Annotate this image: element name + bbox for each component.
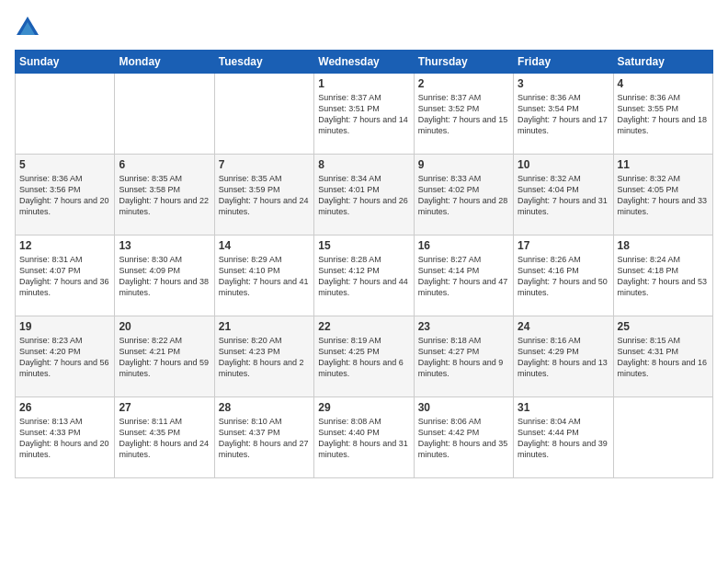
day-number: 29 bbox=[318, 401, 409, 414]
day-number: 7 bbox=[219, 158, 310, 171]
calendar-cell: 24Sunrise: 8:16 AMSunset: 4:29 PMDayligh… bbox=[514, 316, 613, 397]
day-info: Sunrise: 8:23 AMSunset: 4:20 PMDaylight:… bbox=[19, 335, 110, 380]
calendar-cell: 27Sunrise: 8:11 AMSunset: 4:35 PMDayligh… bbox=[115, 397, 214, 478]
calendar-week-row: 5Sunrise: 8:36 AMSunset: 3:56 PMDaylight… bbox=[16, 155, 713, 236]
day-number: 19 bbox=[19, 320, 110, 333]
day-info: Sunrise: 8:35 AMSunset: 3:58 PMDaylight:… bbox=[119, 173, 210, 218]
calendar-cell: 26Sunrise: 8:13 AMSunset: 4:33 PMDayligh… bbox=[16, 397, 115, 478]
day-info: Sunrise: 8:31 AMSunset: 4:07 PMDaylight:… bbox=[19, 254, 110, 299]
calendar-cell: 10Sunrise: 8:32 AMSunset: 4:04 PMDayligh… bbox=[514, 155, 613, 236]
logo-icon bbox=[15, 15, 40, 40]
calendar-cell: 21Sunrise: 8:20 AMSunset: 4:23 PMDayligh… bbox=[214, 316, 313, 397]
calendar-cell: 11Sunrise: 8:32 AMSunset: 4:05 PMDayligh… bbox=[613, 155, 712, 236]
day-info: Sunrise: 8:22 AMSunset: 4:21 PMDaylight:… bbox=[119, 335, 210, 380]
header bbox=[15, 15, 713, 40]
calendar-cell: 22Sunrise: 8:19 AMSunset: 4:25 PMDayligh… bbox=[314, 316, 414, 397]
calendar-cell: 4Sunrise: 8:36 AMSunset: 3:55 PMDaylight… bbox=[613, 74, 712, 155]
day-info: Sunrise: 8:36 AMSunset: 3:54 PMDaylight:… bbox=[518, 92, 609, 137]
day-info: Sunrise: 8:37 AMSunset: 3:51 PMDaylight:… bbox=[318, 92, 409, 137]
calendar-cell: 23Sunrise: 8:18 AMSunset: 4:27 PMDayligh… bbox=[414, 316, 513, 397]
day-info: Sunrise: 8:33 AMSunset: 4:02 PMDaylight:… bbox=[418, 173, 509, 218]
day-info: Sunrise: 8:35 AMSunset: 3:59 PMDaylight:… bbox=[219, 173, 310, 218]
day-number: 10 bbox=[518, 158, 609, 171]
day-number: 13 bbox=[119, 239, 210, 252]
calendar-cell: 7Sunrise: 8:35 AMSunset: 3:59 PMDaylight… bbox=[214, 155, 313, 236]
calendar-cell: 2Sunrise: 8:37 AMSunset: 3:52 PMDaylight… bbox=[414, 74, 513, 155]
day-info: Sunrise: 8:34 AMSunset: 4:01 PMDaylight:… bbox=[318, 173, 409, 218]
calendar-cell: 1Sunrise: 8:37 AMSunset: 3:51 PMDaylight… bbox=[314, 74, 414, 155]
calendar-table: SundayMondayTuesdayWednesdayThursdayFrid… bbox=[15, 50, 713, 478]
calendar-cell: 3Sunrise: 8:36 AMSunset: 3:54 PMDaylight… bbox=[514, 74, 613, 155]
calendar-cell: 15Sunrise: 8:28 AMSunset: 4:12 PMDayligh… bbox=[314, 236, 414, 316]
day-info: Sunrise: 8:29 AMSunset: 4:10 PMDaylight:… bbox=[219, 254, 310, 299]
day-number: 27 bbox=[119, 401, 210, 414]
calendar-cell: 17Sunrise: 8:26 AMSunset: 4:16 PMDayligh… bbox=[514, 236, 613, 316]
day-number: 6 bbox=[119, 158, 210, 171]
day-number: 23 bbox=[418, 320, 509, 333]
day-header: Sunday bbox=[16, 51, 115, 74]
calendar-cell bbox=[613, 397, 712, 478]
day-info: Sunrise: 8:16 AMSunset: 4:29 PMDaylight:… bbox=[518, 335, 609, 380]
day-number: 9 bbox=[418, 158, 509, 171]
day-number: 5 bbox=[19, 158, 110, 171]
day-info: Sunrise: 8:15 AMSunset: 4:31 PMDaylight:… bbox=[618, 335, 709, 380]
day-number: 4 bbox=[618, 77, 709, 90]
calendar-cell: 16Sunrise: 8:27 AMSunset: 4:14 PMDayligh… bbox=[414, 236, 513, 316]
day-number: 16 bbox=[418, 239, 509, 252]
day-number: 14 bbox=[219, 239, 310, 252]
day-number: 28 bbox=[219, 401, 310, 414]
calendar-cell: 6Sunrise: 8:35 AMSunset: 3:58 PMDaylight… bbox=[115, 155, 214, 236]
calendar-cell: 14Sunrise: 8:29 AMSunset: 4:10 PMDayligh… bbox=[214, 236, 313, 316]
calendar-cell: 19Sunrise: 8:23 AMSunset: 4:20 PMDayligh… bbox=[16, 316, 115, 397]
day-number: 17 bbox=[518, 239, 609, 252]
day-info: Sunrise: 8:24 AMSunset: 4:18 PMDaylight:… bbox=[618, 254, 709, 299]
day-number: 15 bbox=[318, 239, 409, 252]
day-number: 31 bbox=[518, 401, 609, 414]
day-number: 26 bbox=[19, 401, 110, 414]
day-number: 21 bbox=[219, 320, 310, 333]
calendar-cell bbox=[16, 74, 115, 155]
day-number: 22 bbox=[318, 320, 409, 333]
day-info: Sunrise: 8:13 AMSunset: 4:33 PMDaylight:… bbox=[19, 416, 110, 461]
day-info: Sunrise: 8:30 AMSunset: 4:09 PMDaylight:… bbox=[119, 254, 210, 299]
calendar-cell: 8Sunrise: 8:34 AMSunset: 4:01 PMDaylight… bbox=[314, 155, 414, 236]
calendar-cell: 30Sunrise: 8:06 AMSunset: 4:42 PMDayligh… bbox=[414, 397, 513, 478]
day-info: Sunrise: 8:20 AMSunset: 4:23 PMDaylight:… bbox=[219, 335, 310, 380]
day-info: Sunrise: 8:27 AMSunset: 4:14 PMDaylight:… bbox=[418, 254, 509, 299]
day-info: Sunrise: 8:37 AMSunset: 3:52 PMDaylight:… bbox=[418, 92, 509, 137]
calendar-cell: 25Sunrise: 8:15 AMSunset: 4:31 PMDayligh… bbox=[613, 316, 712, 397]
calendar-cell: 5Sunrise: 8:36 AMSunset: 3:56 PMDaylight… bbox=[16, 155, 115, 236]
day-number: 1 bbox=[318, 77, 409, 90]
day-header: Friday bbox=[514, 51, 613, 74]
calendar-header-row: SundayMondayTuesdayWednesdayThursdayFrid… bbox=[16, 51, 713, 74]
calendar-cell: 29Sunrise: 8:08 AMSunset: 4:40 PMDayligh… bbox=[314, 397, 414, 478]
calendar-cell: 9Sunrise: 8:33 AMSunset: 4:02 PMDaylight… bbox=[414, 155, 513, 236]
calendar-week-row: 19Sunrise: 8:23 AMSunset: 4:20 PMDayligh… bbox=[16, 316, 713, 397]
day-info: Sunrise: 8:06 AMSunset: 4:42 PMDaylight:… bbox=[418, 416, 509, 461]
day-number: 18 bbox=[618, 239, 709, 252]
day-number: 24 bbox=[518, 320, 609, 333]
day-info: Sunrise: 8:32 AMSunset: 4:05 PMDaylight:… bbox=[618, 173, 709, 218]
day-info: Sunrise: 8:11 AMSunset: 4:35 PMDaylight:… bbox=[119, 416, 210, 461]
day-number: 25 bbox=[618, 320, 709, 333]
day-info: Sunrise: 8:04 AMSunset: 4:44 PMDaylight:… bbox=[518, 416, 609, 461]
day-info: Sunrise: 8:08 AMSunset: 4:40 PMDaylight:… bbox=[318, 416, 409, 461]
calendar-week-row: 12Sunrise: 8:31 AMSunset: 4:07 PMDayligh… bbox=[16, 236, 713, 316]
logo bbox=[15, 15, 44, 40]
day-number: 2 bbox=[418, 77, 509, 90]
calendar-cell bbox=[115, 74, 214, 155]
day-header: Thursday bbox=[414, 51, 513, 74]
day-header: Tuesday bbox=[214, 51, 313, 74]
day-info: Sunrise: 8:18 AMSunset: 4:27 PMDaylight:… bbox=[418, 335, 509, 380]
calendar-week-row: 1Sunrise: 8:37 AMSunset: 3:51 PMDaylight… bbox=[16, 74, 713, 155]
calendar-cell: 18Sunrise: 8:24 AMSunset: 4:18 PMDayligh… bbox=[613, 236, 712, 316]
day-number: 12 bbox=[19, 239, 110, 252]
day-number: 8 bbox=[318, 158, 409, 171]
day-header: Monday bbox=[115, 51, 214, 74]
calendar-cell: 13Sunrise: 8:30 AMSunset: 4:09 PMDayligh… bbox=[115, 236, 214, 316]
day-info: Sunrise: 8:36 AMSunset: 3:56 PMDaylight:… bbox=[19, 173, 110, 218]
day-header: Saturday bbox=[613, 51, 712, 74]
calendar-cell: 12Sunrise: 8:31 AMSunset: 4:07 PMDayligh… bbox=[16, 236, 115, 316]
calendar-cell: 20Sunrise: 8:22 AMSunset: 4:21 PMDayligh… bbox=[115, 316, 214, 397]
day-number: 30 bbox=[418, 401, 509, 414]
